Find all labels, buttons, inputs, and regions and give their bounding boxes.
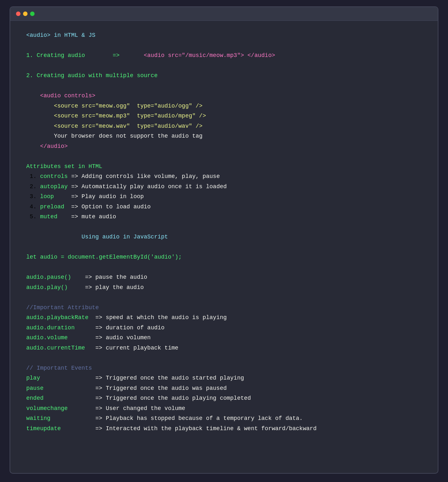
event-ended: ended => Triggered once the audio playin… (26, 395, 251, 401)
titlebar (10, 7, 438, 21)
section2-label: 2. Creating audio with multiple source (26, 72, 157, 79)
content-area: <audio> in HTML & JS 1. Creating audio =… (10, 21, 438, 443)
source1: <source src="meow.ogg" type="audio/ogg" … (26, 103, 203, 109)
js-var-line: let audio = document.getElementById('aud… (26, 254, 182, 260)
event-pause: pause => Triggered once the audio was pa… (26, 385, 227, 391)
audio-close-tag: </audio> (26, 143, 68, 149)
event-play: play => Triggered once the audio started… (26, 375, 244, 381)
source2: <source src="meow.mp3" type="audio/mpeg"… (26, 113, 206, 119)
important-events-comment: // Important Events (26, 365, 92, 371)
js-play: audio.play() => play the audio (26, 284, 144, 291)
js-pause: audio.pause() => pause the audio (26, 274, 147, 280)
audio-open-tag: <audio controls> (26, 92, 95, 99)
page-title: <audio> in HTML & JS (26, 32, 95, 38)
attr-item-5: 5. muted => mute audio (26, 213, 116, 220)
attr-item-1: 1. controls => Adding controls like volu… (26, 173, 220, 180)
close-button[interactable] (16, 12, 20, 16)
event-timeupdate: timeupdate => Interacted with the playba… (26, 425, 316, 432)
attr-duration: audio.duration => duration of audio (26, 325, 164, 331)
section1-label: 1. Creating audio => (26, 52, 144, 59)
attr-item-2: 2. autoplay => Automatically play audio … (26, 183, 227, 190)
source3: <source src="meow.wav" type="audio/wav" … (26, 123, 203, 129)
attr-volume: audio.volume => audio volumen (26, 334, 151, 341)
attr-item-4: 4. preload => Option to load audio (26, 204, 151, 210)
maximize-button[interactable] (30, 12, 35, 16)
minimize-button[interactable] (23, 12, 28, 16)
attr-currenttime: audio.currentTime => current playback ti… (26, 345, 178, 351)
fallback-text: Your browser does not support the audio … (26, 133, 203, 139)
attributes-heading: Attributes set in HTML (26, 163, 102, 170)
section1-code: <audio src="/music/meow.mp3"> </audio> (144, 52, 275, 59)
window: <audio> in HTML & JS 1. Creating audio =… (10, 6, 438, 474)
event-volumechange: volumechange => User changed the volume (26, 405, 185, 412)
js-heading: Using audio in JavaScript (26, 234, 168, 240)
attr-playbackrate: audio.playbackRate => speed at which the… (26, 314, 227, 321)
attr-item-3: 3. loop => Play audio in loop (26, 193, 144, 200)
event-waiting: waiting => Playback has stopped because … (26, 415, 303, 422)
important-attr-comment: //Important Attribute (26, 304, 99, 311)
